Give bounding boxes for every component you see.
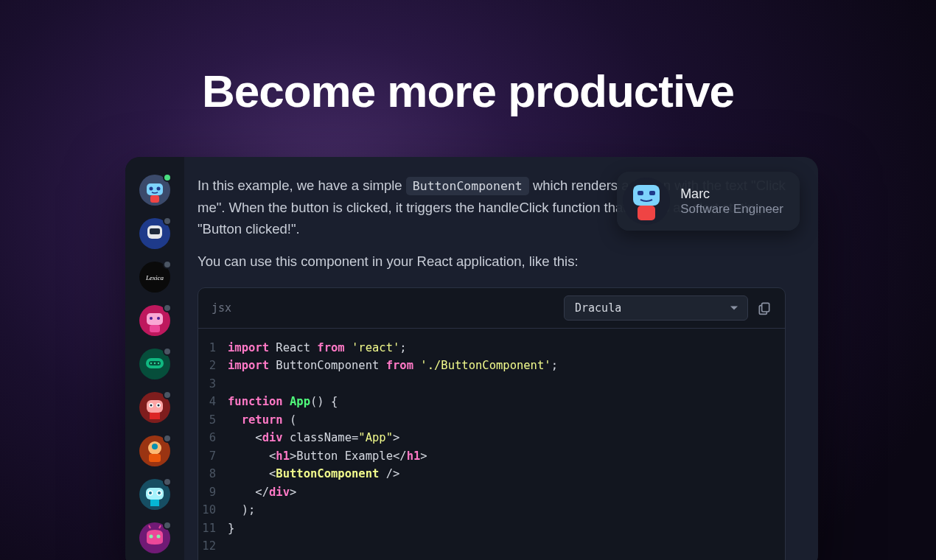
svg-point-37 bbox=[149, 491, 152, 494]
app-window: Lexica In this example, we have a simple… bbox=[125, 157, 818, 560]
svg-point-21 bbox=[158, 363, 159, 364]
description-paragraph-2: You can use this component in your React… bbox=[198, 253, 786, 270]
svg-rect-28 bbox=[150, 413, 160, 419]
code-line: 5 return ( bbox=[198, 411, 785, 429]
svg-rect-23 bbox=[147, 400, 163, 413]
status-dot-icon bbox=[163, 217, 172, 225]
status-dot-icon bbox=[163, 304, 172, 312]
svg-rect-39 bbox=[150, 500, 159, 506]
svg-text:Lexica: Lexica bbox=[145, 274, 164, 281]
code-language-label: jsx bbox=[212, 301, 555, 315]
code-line: 9 </div> bbox=[198, 483, 785, 501]
svg-rect-4 bbox=[150, 195, 159, 203]
code-line: 8 <ButtonComponent /> bbox=[198, 465, 785, 483]
user-role: Software Engineer bbox=[680, 202, 783, 217]
copy-button[interactable] bbox=[757, 301, 772, 315]
code-line: 7 <h1>Button Example</h1> bbox=[198, 447, 785, 465]
svg-rect-45 bbox=[638, 191, 643, 195]
sidebar-avatar[interactable] bbox=[139, 392, 170, 423]
code-line: 11} bbox=[198, 519, 785, 537]
svg-rect-15 bbox=[150, 325, 160, 332]
code-line: 12 bbox=[198, 537, 785, 555]
svg-point-31 bbox=[152, 444, 158, 449]
code-line: 6 <div className="App"> bbox=[198, 429, 785, 447]
svg-point-20 bbox=[154, 363, 156, 364]
svg-rect-47 bbox=[638, 206, 655, 220]
svg-rect-32 bbox=[149, 454, 161, 462]
hero-title: Become more productive bbox=[0, 65, 936, 117]
code-line: 4function App() { bbox=[198, 393, 785, 410]
svg-point-38 bbox=[158, 491, 161, 494]
svg-point-13 bbox=[150, 317, 153, 320]
svg-point-41 bbox=[150, 535, 153, 539]
sidebar-avatar[interactable] bbox=[139, 218, 170, 249]
status-dot-icon bbox=[163, 347, 172, 356]
status-dot-icon bbox=[163, 477, 172, 486]
svg-point-3 bbox=[157, 187, 161, 191]
user-name: Marc bbox=[680, 186, 783, 202]
status-dot-icon bbox=[163, 391, 172, 399]
sidebar-avatar[interactable]: Lexica bbox=[139, 262, 170, 293]
code-body: 1import React from 'react';2import Butto… bbox=[198, 329, 785, 560]
user-avatar-icon bbox=[623, 178, 670, 225]
status-dot-icon bbox=[163, 521, 172, 530]
svg-point-26 bbox=[150, 405, 153, 407]
svg-point-2 bbox=[150, 187, 153, 191]
svg-rect-43 bbox=[762, 303, 769, 312]
svg-rect-46 bbox=[649, 191, 655, 195]
code-block: jsx Dracula 1import React from 'react';2… bbox=[198, 287, 786, 560]
sidebar-avatar[interactable] bbox=[139, 175, 170, 206]
code-line: 3 bbox=[198, 375, 785, 393]
svg-point-42 bbox=[157, 535, 161, 539]
sidebar: Lexica bbox=[125, 157, 184, 560]
sidebar-avatar[interactable] bbox=[139, 435, 170, 466]
svg-rect-12 bbox=[147, 313, 163, 325]
svg-rect-8 bbox=[151, 239, 158, 245]
sidebar-avatar[interactable] bbox=[139, 479, 170, 510]
status-dot-icon bbox=[163, 173, 172, 182]
code-line: 10 ); bbox=[198, 501, 785, 519]
inline-code: ButtonComponent bbox=[406, 177, 529, 195]
sidebar-avatar[interactable] bbox=[139, 305, 170, 336]
svg-point-14 bbox=[157, 317, 160, 320]
svg-point-27 bbox=[158, 405, 160, 407]
code-line: 2import ButtonComponent from './ButtonCo… bbox=[198, 357, 785, 374]
code-header: jsx Dracula bbox=[198, 288, 785, 329]
svg-rect-7 bbox=[150, 228, 160, 234]
status-dot-icon bbox=[163, 260, 172, 269]
sidebar-avatar[interactable] bbox=[139, 349, 170, 379]
desc-text: In this example, we have a simple bbox=[198, 178, 406, 193]
theme-dropdown[interactable]: Dracula bbox=[564, 295, 748, 321]
sidebar-avatar[interactable] bbox=[139, 522, 170, 553]
user-info: Marc Software Engineer bbox=[680, 186, 783, 217]
svg-rect-44 bbox=[633, 185, 660, 206]
code-line: 1import React from 'react'; bbox=[198, 339, 785, 357]
user-card[interactable]: Marc Software Engineer bbox=[617, 172, 800, 231]
status-dot-icon bbox=[163, 434, 172, 443]
svg-point-19 bbox=[150, 363, 152, 364]
